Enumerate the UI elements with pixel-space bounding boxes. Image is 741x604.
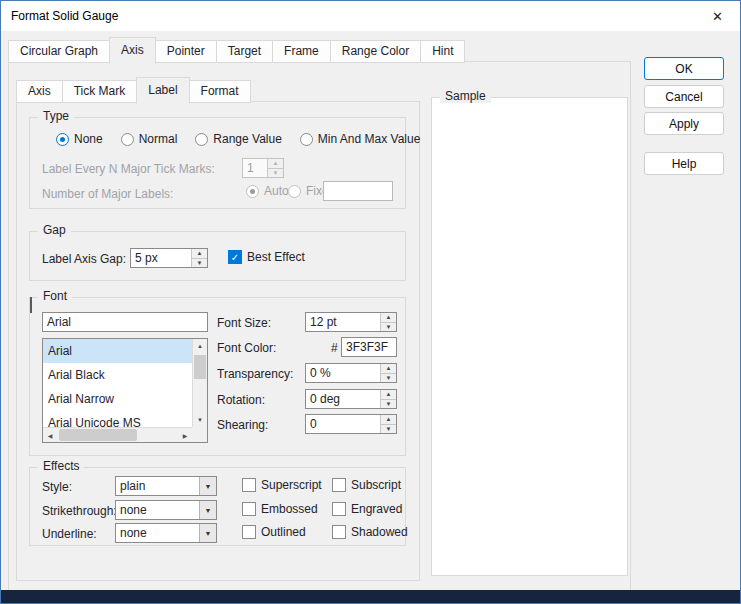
chevron-down-icon[interactable]: ▼ (199, 477, 216, 495)
radio-range-value[interactable]: Range Value (195, 132, 282, 146)
chevron-down-icon[interactable]: ▼ (199, 524, 216, 542)
cancel-button[interactable]: Cancel (644, 85, 724, 108)
radio-min-max-value[interactable]: Min And Max Value (300, 132, 421, 146)
radio-auto[interactable]: Auto (246, 184, 289, 198)
font-size-spinner[interactable]: 12 pt ▲ ▼ (305, 312, 397, 332)
scroll-right-icon[interactable]: ▶ (178, 428, 192, 442)
spinner-buttons: ▲ ▼ (380, 390, 396, 408)
inner-tab-strip: Axis Tick Mark Label Format (16, 77, 250, 103)
font-list-item[interactable]: Arial Black (43, 363, 192, 387)
spin-down-icon[interactable]: ▼ (381, 373, 396, 383)
vertical-scrollbar[interactable]: ▲ ▼ (192, 339, 207, 427)
spinner-buttons: ▲ ▼ (380, 415, 396, 433)
help-button[interactable]: Help (644, 152, 724, 175)
checkbox-icon (332, 502, 346, 516)
font-list-items: Arial Arial Black Arial Narrow Arial Uni… (43, 339, 192, 427)
spin-up-icon[interactable]: ▲ (268, 159, 283, 168)
spinner-buttons: ▲ ▼ (380, 364, 396, 382)
fixed-value-input[interactable] (323, 181, 393, 201)
tab-target[interactable]: Target (216, 40, 273, 63)
outlined-label: Outlined (261, 525, 306, 539)
radio-normal[interactable]: Normal (121, 132, 178, 146)
font-color-hex-input[interactable]: 3F3F3F (341, 337, 397, 357)
radio-normal-label: Normal (139, 132, 178, 146)
horizontal-scrollbar[interactable]: ◀ ▶ (43, 427, 192, 442)
spin-up-icon[interactable]: ▲ (192, 249, 207, 258)
subtab-label[interactable]: Label (136, 77, 189, 104)
spin-down-icon[interactable]: ▼ (268, 168, 283, 178)
spin-down-icon[interactable]: ▼ (381, 322, 396, 332)
underline-value: none (116, 524, 199, 542)
label-every-n-spinner[interactable]: 1 ▲ ▼ (242, 158, 284, 178)
engraved-checkbox[interactable]: Engraved (332, 502, 402, 516)
best-effect-label: Best Effect (247, 250, 305, 264)
checkbox-checked-icon: ✓ (228, 250, 242, 264)
tab-axis[interactable]: Axis (109, 37, 156, 64)
spin-up-icon[interactable]: ▲ (381, 390, 396, 399)
ok-button[interactable]: OK (644, 57, 724, 80)
rotation-spinner[interactable]: 0 deg ▲ ▼ (305, 389, 397, 409)
close-icon[interactable]: ✕ (695, 1, 740, 31)
font-group: Font Arial Arial Arial Black Arial Narro… (29, 297, 406, 456)
superscript-checkbox[interactable]: Superscript (242, 478, 322, 492)
engraved-label: Engraved (351, 502, 402, 516)
gap-group: Gap Label Axis Gap: 5 px ▲ ▼ ✓ Best Effe… (29, 231, 406, 281)
best-effect-checkbox[interactable]: ✓ Best Effect (228, 250, 305, 264)
tab-pointer[interactable]: Pointer (155, 40, 217, 63)
underline-dropdown[interactable]: none ▼ (115, 523, 217, 543)
font-list-item[interactable]: Arial Unicode MS (43, 411, 192, 427)
scroll-up-icon[interactable]: ▲ (193, 339, 207, 353)
font-name-input[interactable]: Arial (42, 312, 208, 332)
label-axis-gap-label: Label Axis Gap: (42, 252, 126, 266)
spin-down-icon[interactable]: ▼ (381, 424, 396, 434)
scroll-down-icon[interactable]: ▼ (193, 413, 207, 427)
font-list[interactable]: Arial Arial Black Arial Narrow Arial Uni… (42, 338, 208, 443)
apply-button[interactable]: Apply (644, 112, 724, 135)
superscript-label: Superscript (261, 478, 322, 492)
spin-up-icon[interactable]: ▲ (381, 364, 396, 373)
label-every-n-value[interactable]: 1 (243, 159, 267, 177)
subtab-format[interactable]: Format (189, 80, 251, 103)
spin-down-icon[interactable]: ▼ (192, 258, 207, 268)
transparency-value[interactable]: 0 % (306, 364, 380, 382)
outlined-checkbox[interactable]: Outlined (242, 525, 306, 539)
scroll-left-icon[interactable]: ◀ (43, 428, 57, 442)
style-dropdown[interactable]: plain ▼ (115, 476, 217, 496)
label-axis-gap-value[interactable]: 5 px (131, 249, 191, 267)
effects-group: Effects Style: plain ▼ Strikethrough: no… (29, 467, 406, 546)
subtab-axis[interactable]: Axis (16, 80, 63, 103)
subscript-checkbox[interactable]: Subscript (332, 478, 401, 492)
shadowed-checkbox[interactable]: Shadowed (332, 525, 408, 539)
font-color-swatch[interactable] (30, 297, 32, 313)
embossed-checkbox[interactable]: Embossed (242, 502, 318, 516)
radio-none[interactable]: None (56, 132, 103, 146)
titlebar[interactable]: Format Solid Gauge ✕ (1, 1, 740, 31)
radio-auto-label: Auto (264, 184, 289, 198)
font-size-value[interactable]: 12 pt (306, 313, 380, 331)
checkbox-icon (242, 525, 256, 539)
shearing-value[interactable]: 0 (306, 415, 380, 433)
strikethrough-label: Strikethrough: (42, 504, 117, 518)
label-axis-gap-spinner[interactable]: 5 px ▲ ▼ (130, 248, 208, 268)
tab-circular-graph[interactable]: Circular Graph (8, 40, 110, 63)
font-list-item[interactable]: Arial Narrow (43, 387, 192, 411)
font-color-hex-value: 3F3F3F (342, 338, 396, 356)
font-list-item[interactable]: Arial (43, 339, 192, 363)
subtab-tick-mark[interactable]: Tick Mark (62, 80, 138, 103)
radio-range-value-label: Range Value (213, 132, 282, 146)
chevron-down-icon[interactable]: ▼ (199, 501, 216, 519)
tab-hint[interactable]: Hint (420, 40, 465, 63)
transparency-spinner[interactable]: 0 % ▲ ▼ (305, 363, 397, 383)
tab-frame[interactable]: Frame (272, 40, 331, 63)
spin-up-icon[interactable]: ▲ (381, 313, 396, 322)
strikethrough-dropdown[interactable]: none ▼ (115, 500, 217, 520)
shearing-spinner[interactable]: 0 ▲ ▼ (305, 414, 397, 434)
vertical-scroll-thumb[interactable] (194, 355, 206, 379)
rotation-value[interactable]: 0 deg (306, 390, 380, 408)
transparency-label: Transparency: (217, 367, 293, 381)
horizontal-scroll-thumb[interactable] (59, 429, 137, 441)
spin-up-icon[interactable]: ▲ (381, 415, 396, 424)
radio-icon (300, 133, 313, 146)
tab-range-color[interactable]: Range Color (330, 40, 421, 63)
spin-down-icon[interactable]: ▼ (381, 399, 396, 409)
